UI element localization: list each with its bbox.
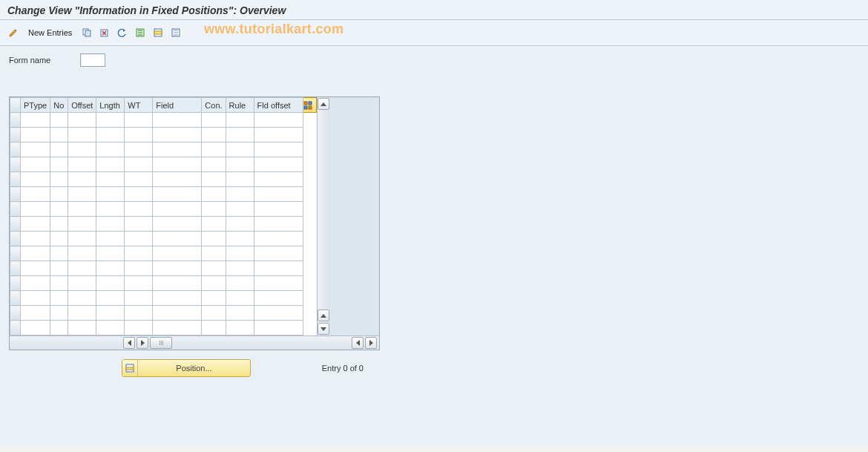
grid-cell[interactable] — [125, 291, 153, 306]
grid-cell[interactable] — [68, 291, 96, 306]
data-grid[interactable]: PTypeNoOffsetLngthWTFieldCon.RuleFld off… — [10, 97, 317, 335]
grid-cell[interactable] — [153, 128, 202, 143]
scroll-thumb[interactable] — [150, 337, 172, 349]
grid-cell[interactable] — [68, 306, 96, 321]
grid-cell[interactable] — [153, 246, 202, 261]
grid-cell[interactable] — [96, 187, 125, 202]
grid-cell[interactable] — [202, 246, 226, 261]
grid-cell[interactable] — [21, 246, 50, 261]
column-header[interactable]: PType — [21, 98, 50, 113]
grid-cell[interactable] — [125, 202, 153, 217]
select-block-icon[interactable] — [151, 25, 165, 40]
grid-cell[interactable] — [226, 143, 254, 157]
grid-cell[interactable] — [96, 321, 125, 335]
grid-cell[interactable] — [96, 232, 125, 246]
column-header[interactable]: Field — [153, 98, 202, 113]
grid-cell[interactable] — [202, 172, 226, 187]
grid-cell[interactable] — [202, 157, 226, 172]
grid-cell[interactable] — [68, 187, 96, 202]
grid-cell[interactable] — [254, 202, 303, 217]
grid-cell[interactable] — [226, 321, 254, 335]
grid-cell[interactable] — [254, 321, 303, 335]
grid-cell[interactable] — [125, 276, 153, 291]
column-header[interactable]: Fld offset — [254, 98, 303, 113]
grid-cell[interactable] — [125, 306, 153, 321]
grid-cell[interactable] — [226, 246, 254, 261]
grid-cell[interactable] — [125, 321, 153, 335]
grid-cell[interactable] — [50, 276, 68, 291]
grid-cell[interactable] — [153, 187, 202, 202]
grid-cell[interactable] — [125, 217, 153, 232]
grid-cell[interactable] — [125, 157, 153, 172]
grid-cell[interactable] — [226, 261, 254, 276]
deselect-all-icon[interactable] — [168, 25, 183, 40]
grid-cell[interactable] — [226, 113, 254, 128]
grid-cell[interactable] — [125, 143, 153, 157]
scroll-down-button-2[interactable] — [318, 323, 329, 335]
row-selector[interactable] — [10, 157, 21, 172]
column-header[interactable]: Offset — [68, 98, 96, 113]
grid-cell[interactable] — [153, 291, 202, 306]
scroll-left-end-button[interactable] — [352, 337, 364, 349]
grid-cell[interactable] — [153, 261, 202, 276]
row-selector[interactable] — [10, 291, 21, 306]
grid-cell[interactable] — [21, 202, 50, 217]
delete-icon[interactable] — [97, 25, 112, 40]
grid-cell[interactable] — [50, 128, 68, 143]
grid-cell[interactable] — [96, 202, 125, 217]
scroll-down-button[interactable] — [318, 309, 329, 321]
grid-cell[interactable] — [68, 157, 96, 172]
column-header[interactable]: No — [50, 98, 68, 113]
grid-cell[interactable] — [21, 217, 50, 232]
grid-cell[interactable] — [202, 143, 226, 157]
grid-cell[interactable] — [153, 202, 202, 217]
grid-cell[interactable] — [96, 172, 125, 187]
grid-cell[interactable] — [50, 157, 68, 172]
grid-cell[interactable] — [254, 143, 303, 157]
scroll-right-button[interactable] — [137, 337, 148, 349]
grid-cell[interactable] — [202, 276, 226, 291]
grid-cell[interactable] — [153, 321, 202, 335]
row-selector[interactable] — [10, 306, 21, 321]
grid-cell[interactable] — [226, 276, 254, 291]
grid-cell[interactable] — [226, 306, 254, 321]
column-header[interactable]: Lngth — [96, 98, 125, 113]
select-all-icon[interactable] — [133, 25, 148, 40]
grid-cell[interactable] — [254, 128, 303, 143]
grid-cell[interactable] — [153, 232, 202, 246]
grid-cell[interactable] — [21, 128, 50, 143]
row-selector[interactable] — [10, 321, 21, 335]
grid-cell[interactable] — [254, 113, 303, 128]
grid-cell[interactable] — [96, 157, 125, 172]
column-header[interactable]: Rule — [226, 98, 254, 113]
grid-cell[interactable] — [96, 291, 125, 306]
grid-cell[interactable] — [202, 232, 226, 246]
grid-cell[interactable] — [153, 217, 202, 232]
copy-as-icon[interactable] — [79, 25, 94, 40]
grid-cell[interactable] — [153, 157, 202, 172]
grid-cell[interactable] — [202, 202, 226, 217]
grid-cell[interactable] — [96, 306, 125, 321]
grid-cell[interactable] — [96, 261, 125, 276]
row-selector[interactable] — [10, 202, 21, 217]
grid-cell[interactable] — [153, 172, 202, 187]
grid-cell[interactable] — [202, 306, 226, 321]
grid-cell[interactable] — [50, 246, 68, 261]
grid-cell[interactable] — [254, 261, 303, 276]
grid-cell[interactable] — [50, 143, 68, 157]
grid-cell[interactable] — [125, 261, 153, 276]
toggle-display-change-icon[interactable] — [6, 25, 21, 40]
row-selector[interactable] — [10, 172, 21, 187]
grid-cell[interactable] — [68, 232, 96, 246]
column-header[interactable]: WT — [125, 98, 153, 113]
grid-cell[interactable] — [21, 187, 50, 202]
grid-cell[interactable] — [202, 187, 226, 202]
grid-cell[interactable] — [21, 113, 50, 128]
grid-cell[interactable] — [50, 172, 68, 187]
grid-cell[interactable] — [254, 306, 303, 321]
grid-cell[interactable] — [202, 128, 226, 143]
grid-cell[interactable] — [202, 261, 226, 276]
row-selector[interactable] — [10, 113, 21, 128]
new-entries-button[interactable]: New Entries — [24, 27, 76, 39]
horizontal-scrollbar[interactable] — [10, 335, 379, 350]
